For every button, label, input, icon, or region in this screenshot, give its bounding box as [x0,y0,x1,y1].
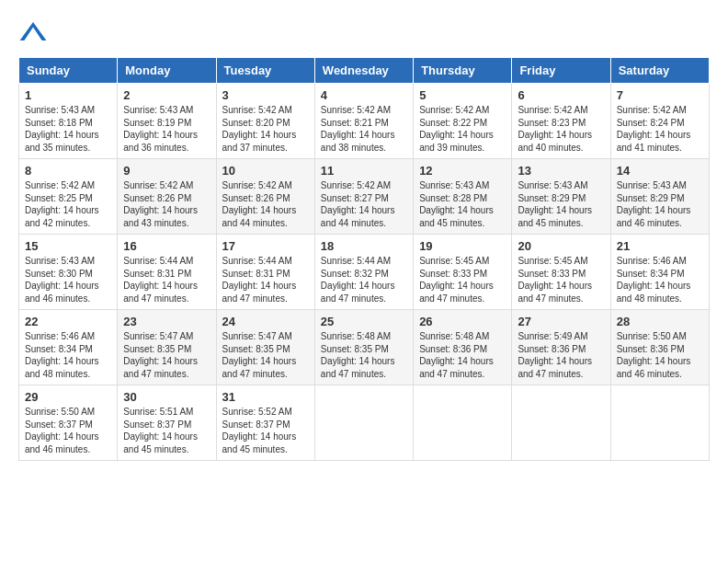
col-tuesday: Tuesday [216,58,314,84]
day-number: 7 [617,88,703,102]
day-number: 13 [518,164,604,178]
calendar-cell: 3 Sunrise: 5:42 AM Sunset: 8:20 PM Dayli… [216,84,314,159]
day-number: 18 [321,239,407,253]
calendar-cell: 9 Sunrise: 5:42 AM Sunset: 8:26 PM Dayli… [118,159,216,235]
calendar-cell: 20 Sunrise: 5:45 AM Sunset: 8:33 PM Dayl… [512,235,610,310]
day-number: 14 [617,164,703,178]
day-number: 12 [419,164,506,178]
calendar-cell: 7 Sunrise: 5:42 AM Sunset: 8:24 PM Dayli… [610,84,709,159]
day-number: 11 [321,164,407,178]
col-friday: Friday [512,58,610,84]
day-info: Sunrise: 5:42 AM Sunset: 8:21 PM Dayligh… [321,104,407,154]
calendar-cell: 12 Sunrise: 5:43 AM Sunset: 8:28 PM Dayl… [414,159,512,235]
day-info: Sunrise: 5:47 AM Sunset: 8:35 PM Dayligh… [123,330,210,380]
calendar-cell: 18 Sunrise: 5:44 AM Sunset: 8:32 PM Dayl… [314,235,413,310]
calendar-cell: 13 Sunrise: 5:43 AM Sunset: 8:29 PM Dayl… [512,159,610,235]
day-number: 31 [222,390,309,404]
page-header [18,18,710,48]
col-monday: Monday [118,58,216,84]
calendar-cell [610,385,709,461]
calendar-cell: 26 Sunrise: 5:48 AM Sunset: 8:36 PM Dayl… [414,310,512,385]
day-info: Sunrise: 5:42 AM Sunset: 8:26 PM Dayligh… [222,179,309,229]
day-number: 21 [617,239,703,253]
day-info: Sunrise: 5:48 AM Sunset: 8:35 PM Dayligh… [321,330,407,380]
day-number: 23 [123,315,210,328]
day-number: 19 [419,239,506,253]
day-number: 26 [419,315,506,328]
calendar-cell: 31 Sunrise: 5:52 AM Sunset: 8:37 PM Dayl… [216,385,314,461]
calendar-cell: 21 Sunrise: 5:46 AM Sunset: 8:34 PM Dayl… [610,235,709,310]
calendar-cell: 6 Sunrise: 5:42 AM Sunset: 8:23 PM Dayli… [512,84,610,159]
calendar-cell: 1 Sunrise: 5:43 AM Sunset: 8:18 PM Dayli… [19,84,118,159]
day-info: Sunrise: 5:43 AM Sunset: 8:30 PM Dayligh… [25,255,111,304]
col-thursday: Thursday [414,58,512,84]
day-number: 6 [518,88,604,102]
calendar-week-4: 22 Sunrise: 5:46 AM Sunset: 8:34 PM Dayl… [19,310,710,385]
day-number: 1 [25,88,111,102]
day-number: 30 [123,390,210,404]
calendar-cell: 10 Sunrise: 5:42 AM Sunset: 8:26 PM Dayl… [216,159,314,235]
day-info: Sunrise: 5:44 AM Sunset: 8:31 PM Dayligh… [222,255,309,304]
day-number: 3 [222,88,309,102]
day-number: 2 [123,88,210,102]
day-number: 10 [222,164,309,178]
day-number: 5 [419,88,506,102]
calendar-cell: 2 Sunrise: 5:43 AM Sunset: 8:19 PM Dayli… [118,84,216,159]
col-saturday: Saturday [610,58,709,84]
day-info: Sunrise: 5:47 AM Sunset: 8:35 PM Dayligh… [222,330,309,380]
calendar-cell: 14 Sunrise: 5:43 AM Sunset: 8:29 PM Dayl… [610,159,709,235]
logo-icon [18,18,48,48]
day-number: 20 [518,239,604,253]
day-number: 9 [123,164,210,178]
calendar-cell: 17 Sunrise: 5:44 AM Sunset: 8:31 PM Dayl… [216,235,314,310]
calendar-cell: 22 Sunrise: 5:46 AM Sunset: 8:34 PM Dayl… [19,310,118,385]
calendar-cell [414,385,512,461]
day-number: 4 [321,88,407,102]
logo [18,18,51,48]
calendar-cell: 24 Sunrise: 5:47 AM Sunset: 8:35 PM Dayl… [216,310,314,385]
day-info: Sunrise: 5:43 AM Sunset: 8:29 PM Dayligh… [518,179,604,229]
day-info: Sunrise: 5:42 AM Sunset: 8:20 PM Dayligh… [222,104,309,154]
day-info: Sunrise: 5:42 AM Sunset: 8:24 PM Dayligh… [617,104,703,154]
col-wednesday: Wednesday [314,58,413,84]
day-number: 24 [222,315,309,328]
day-number: 16 [123,239,210,253]
day-number: 28 [617,315,703,328]
day-number: 29 [25,390,111,404]
day-info: Sunrise: 5:46 AM Sunset: 8:34 PM Dayligh… [617,255,703,304]
calendar-week-5: 29 Sunrise: 5:50 AM Sunset: 8:37 PM Dayl… [19,385,710,461]
calendar-cell: 29 Sunrise: 5:50 AM Sunset: 8:37 PM Dayl… [19,385,118,461]
day-info: Sunrise: 5:43 AM Sunset: 8:28 PM Dayligh… [419,179,506,229]
day-info: Sunrise: 5:50 AM Sunset: 8:37 PM Dayligh… [25,406,111,455]
day-info: Sunrise: 5:49 AM Sunset: 8:36 PM Dayligh… [518,330,604,380]
day-number: 17 [222,239,309,253]
day-info: Sunrise: 5:43 AM Sunset: 8:18 PM Dayligh… [25,104,111,154]
day-info: Sunrise: 5:52 AM Sunset: 8:37 PM Dayligh… [222,406,309,455]
day-number: 27 [518,315,604,328]
day-info: Sunrise: 5:42 AM Sunset: 8:27 PM Dayligh… [321,179,407,229]
calendar-week-1: 1 Sunrise: 5:43 AM Sunset: 8:18 PM Dayli… [19,84,710,159]
calendar-cell: 15 Sunrise: 5:43 AM Sunset: 8:30 PM Dayl… [19,235,118,310]
calendar-cell: 27 Sunrise: 5:49 AM Sunset: 8:36 PM Dayl… [512,310,610,385]
calendar-cell: 23 Sunrise: 5:47 AM Sunset: 8:35 PM Dayl… [118,310,216,385]
calendar-cell: 28 Sunrise: 5:50 AM Sunset: 8:36 PM Dayl… [610,310,709,385]
calendar-cell: 5 Sunrise: 5:42 AM Sunset: 8:22 PM Dayli… [414,84,512,159]
calendar-header-row: Sunday Monday Tuesday Wednesday Thursday… [19,58,710,84]
day-info: Sunrise: 5:43 AM Sunset: 8:19 PM Dayligh… [123,104,210,154]
day-info: Sunrise: 5:44 AM Sunset: 8:32 PM Dayligh… [321,255,407,304]
calendar-cell: 19 Sunrise: 5:45 AM Sunset: 8:33 PM Dayl… [414,235,512,310]
calendar-week-2: 8 Sunrise: 5:42 AM Sunset: 8:25 PM Dayli… [19,159,710,235]
day-info: Sunrise: 5:43 AM Sunset: 8:29 PM Dayligh… [617,179,703,229]
day-info: Sunrise: 5:50 AM Sunset: 8:36 PM Dayligh… [617,330,703,380]
calendar-cell: 16 Sunrise: 5:44 AM Sunset: 8:31 PM Dayl… [118,235,216,310]
calendar-week-3: 15 Sunrise: 5:43 AM Sunset: 8:30 PM Dayl… [19,235,710,310]
calendar-cell: 8 Sunrise: 5:42 AM Sunset: 8:25 PM Dayli… [19,159,118,235]
day-info: Sunrise: 5:48 AM Sunset: 8:36 PM Dayligh… [419,330,506,380]
calendar-cell: 4 Sunrise: 5:42 AM Sunset: 8:21 PM Dayli… [314,84,413,159]
col-sunday: Sunday [19,58,118,84]
calendar-cell: 25 Sunrise: 5:48 AM Sunset: 8:35 PM Dayl… [314,310,413,385]
day-info: Sunrise: 5:42 AM Sunset: 8:26 PM Dayligh… [123,179,210,229]
day-info: Sunrise: 5:44 AM Sunset: 8:31 PM Dayligh… [123,255,210,304]
day-info: Sunrise: 5:51 AM Sunset: 8:37 PM Dayligh… [123,406,210,455]
day-info: Sunrise: 5:46 AM Sunset: 8:34 PM Dayligh… [25,330,111,380]
